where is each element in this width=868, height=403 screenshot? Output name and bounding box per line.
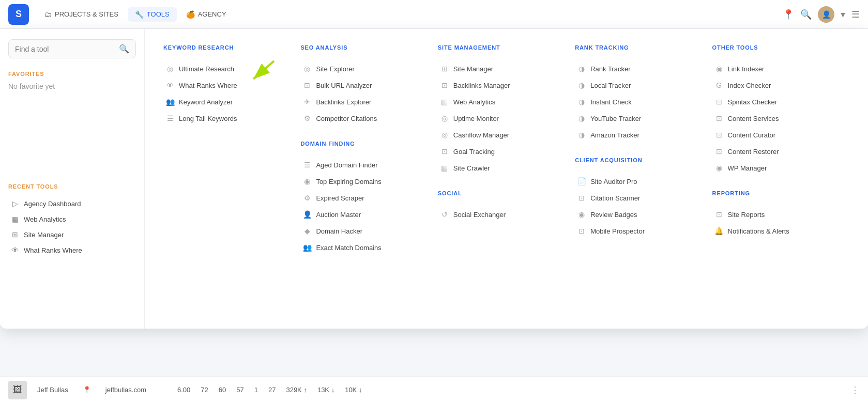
tool-item-goal-tracking[interactable]: ⊡Goal Tracking bbox=[438, 144, 562, 159]
tool-icon-aged-domain-finder: ☰ bbox=[302, 161, 312, 169]
tool-label-cashflow-manager: Cashflow Manager bbox=[453, 131, 509, 139]
row-more-button[interactable]: ⋮ bbox=[850, 384, 860, 396]
recent-tools-title: RECENT TOOLS bbox=[8, 183, 136, 190]
tool-label-uptime-monitor: Uptime Monitor bbox=[453, 115, 499, 122]
location-icon-button[interactable]: 📍 bbox=[783, 9, 794, 20]
tool-item-review-badges[interactable]: ◉Review Badges bbox=[575, 207, 699, 222]
tool-item-cashflow-manager[interactable]: ◎Cashflow Manager bbox=[438, 127, 562, 143]
column-rank-tracking: RANK TRACKING◑Rank Tracker◑Local Tracker… bbox=[575, 44, 712, 313]
tool-label-citation-scanner: Citation Scanner bbox=[590, 194, 640, 202]
tool-item-keyword-analyzer[interactable]: 👥Keyword Analyzer bbox=[163, 94, 288, 110]
tool-item-ultimate-research[interactable]: ◎Ultimate Research bbox=[163, 61, 288, 76]
tool-item-content-services[interactable]: ⊡Content Services bbox=[712, 111, 837, 126]
tool-item-notifications-alerts[interactable]: 🔔Notifications & Alerts bbox=[712, 223, 837, 239]
tool-icon-mobile-prospector: ⊡ bbox=[577, 227, 586, 235]
tool-label-site-crawler: Site Crawler bbox=[453, 164, 490, 172]
row-val-5: 27 bbox=[268, 386, 276, 394]
tool-icon-content-services: ⊡ bbox=[714, 114, 724, 122]
nav-tab-projects-label: PROJECTS & SITES bbox=[55, 10, 118, 18]
tool-item-amazon-tracker[interactable]: ◑Amazon Tracker bbox=[575, 127, 699, 143]
tool-item-web-analytics[interactable]: ▦Web Analytics bbox=[438, 94, 562, 110]
tool-item-aged-domain-finder[interactable]: ☰Aged Domain Finder bbox=[300, 157, 425, 173]
sub-title-domain-finding: DOMAIN FINDING bbox=[300, 141, 425, 149]
tool-icon-bulk-url-analyzer: ⊡ bbox=[302, 81, 312, 89]
favorites-title: FAVORITES bbox=[8, 71, 136, 77]
tool-label-goal-tracking: Goal Tracking bbox=[453, 148, 495, 156]
no-favorite-text: No favorite yet bbox=[8, 82, 136, 90]
bottom-data-row: 🖼 Jeff Bullas 📍 jeffbullas.com 6.00 72 6… bbox=[0, 376, 868, 403]
tool-item-index-checker[interactable]: GIndex Checker bbox=[712, 78, 837, 93]
tool-item-exact-match-domains[interactable]: 👥Exact Match Domains bbox=[300, 240, 425, 255]
tool-icon-site-reports: ⊡ bbox=[714, 210, 724, 219]
recent-item-site-manager[interactable]: ⊞Site Manager bbox=[8, 227, 136, 242]
tool-icon-site-explorer: ◎ bbox=[302, 65, 312, 73]
column-title-seo-analysis: SEO ANALYSIS bbox=[300, 44, 425, 53]
recent-item-icon-site-manager: ⊞ bbox=[10, 230, 20, 239]
tool-icon-instant-check: ◑ bbox=[577, 98, 586, 106]
chevron-down-icon[interactable]: ▾ bbox=[841, 9, 845, 20]
tool-icon-citation-scanner: ⊡ bbox=[577, 194, 586, 202]
recent-item-what-ranks-where[interactable]: 👁What Ranks Where bbox=[8, 242, 136, 258]
tool-item-long-tail-keywords[interactable]: ☰Long Tail Keywords bbox=[163, 111, 288, 126]
tool-item-content-curator[interactable]: ⊡Content Curator bbox=[712, 127, 837, 143]
row-val-7: 13K ↓ bbox=[317, 386, 334, 394]
sub-title-client-acquisition: CLIENT ACQUISITION bbox=[575, 157, 699, 165]
sidebar: 🔍 FAVORITES No favorite yet RECENT TOOLS… bbox=[0, 29, 145, 329]
search-icon-button[interactable]: 🔍 bbox=[800, 9, 812, 20]
tool-item-youtube-tracker[interactable]: ◑YouTube Tracker bbox=[575, 111, 699, 126]
tool-label-mobile-prospector: Mobile Prospector bbox=[590, 227, 645, 235]
tool-item-domain-hacker[interactable]: ◆Domain Hacker bbox=[300, 223, 425, 239]
tool-item-what-ranks-where[interactable]: 👁What Ranks Where bbox=[163, 78, 288, 93]
tool-item-top-expiring-domains[interactable]: ◉Top Expiring Domains bbox=[300, 174, 425, 189]
tool-label-amazon-tracker: Amazon Tracker bbox=[590, 131, 639, 139]
tool-item-wp-manager[interactable]: ◉WP Manager bbox=[712, 160, 837, 176]
nav-tabs: 🗂 PROJECTS & SITES 🔧 TOOLS 🍊 AGENCY bbox=[37, 7, 783, 22]
nav-tab-projects[interactable]: 🗂 PROJECTS & SITES bbox=[37, 7, 126, 22]
tool-item-mobile-prospector[interactable]: ⊡Mobile Prospector bbox=[575, 223, 699, 239]
tool-item-site-reports[interactable]: ⊡Site Reports bbox=[712, 207, 837, 222]
recent-item-agency-dashboard[interactable]: ▷Agency Dashboard bbox=[8, 196, 136, 211]
tool-item-site-crawler[interactable]: ▦Site Crawler bbox=[438, 160, 562, 176]
tool-label-top-expiring-domains: Top Expiring Domains bbox=[316, 178, 381, 185]
menu-icon[interactable]: ☰ bbox=[851, 9, 860, 20]
tool-icon-top-expiring-domains: ◉ bbox=[302, 177, 312, 185]
row-val-4: 1 bbox=[254, 386, 258, 394]
tool-icon-site-crawler: ▦ bbox=[440, 164, 449, 172]
tool-item-social-exchanger[interactable]: ↺Social Exchanger bbox=[438, 207, 562, 222]
tool-item-local-tracker[interactable]: ◑Local Tracker bbox=[575, 78, 699, 93]
tool-icon-youtube-tracker: ◑ bbox=[577, 114, 586, 122]
tool-item-uptime-monitor[interactable]: ◎Uptime Monitor bbox=[438, 111, 562, 126]
tool-item-site-auditor-pro[interactable]: 📄Site Auditor Pro bbox=[575, 174, 699, 189]
tool-icon-web-analytics: ▦ bbox=[440, 98, 449, 106]
tool-item-link-indexer[interactable]: ◉Link Indexer bbox=[712, 61, 837, 76]
tool-item-backlinks-manager[interactable]: ⊡Backlinks Manager bbox=[438, 78, 562, 93]
tool-item-rank-tracker[interactable]: ◑Rank Tracker bbox=[575, 61, 699, 76]
nav-right: 📍 🔍 👤 ▾ ☰ bbox=[783, 6, 860, 23]
nav-tab-agency[interactable]: 🍊 AGENCY bbox=[179, 7, 234, 22]
tool-item-backlinks-explorer[interactable]: ✈Backlinks Explorer bbox=[300, 94, 425, 110]
tool-item-instant-check[interactable]: ◑Instant Check bbox=[575, 94, 699, 110]
recent-items-list: ▷Agency Dashboard▦Web Analytics⊞Site Man… bbox=[8, 196, 136, 258]
column-title-rank-tracking: RANK TRACKING bbox=[575, 44, 699, 53]
nav-tab-tools[interactable]: 🔧 TOOLS bbox=[128, 7, 177, 22]
tool-item-spintax-checker[interactable]: ⊡Spintax Checker bbox=[712, 94, 837, 110]
sub-title-social: SOCIAL bbox=[438, 190, 562, 198]
tool-item-competitor-citations[interactable]: ⚙Competitor Citations bbox=[300, 111, 425, 126]
tool-item-citation-scanner[interactable]: ⊡Citation Scanner bbox=[575, 190, 699, 206]
tool-label-site-auditor-pro: Site Auditor Pro bbox=[590, 178, 637, 185]
search-icon: 🔍 bbox=[119, 44, 129, 54]
tool-label-wp-manager: WP Manager bbox=[728, 164, 767, 172]
recent-item-web-analytics[interactable]: ▦Web Analytics bbox=[8, 211, 136, 227]
tool-item-content-restorer[interactable]: ⊡Content Restorer bbox=[712, 144, 837, 159]
tool-item-site-explorer[interactable]: ◎Site Explorer bbox=[300, 61, 425, 76]
tool-item-auction-master[interactable]: 👤Auction Master bbox=[300, 207, 425, 222]
top-navigation: S 🗂 PROJECTS & SITES 🔧 TOOLS 🍊 AGENCY 📍 … bbox=[0, 0, 868, 29]
logo-button[interactable]: S bbox=[8, 4, 29, 25]
search-input[interactable] bbox=[15, 45, 115, 53]
tool-item-expired-scraper[interactable]: ⚙Expired Scraper bbox=[300, 190, 425, 206]
avatar[interactable]: 👤 bbox=[818, 6, 834, 23]
recent-item-label-web-analytics: Web Analytics bbox=[24, 215, 66, 223]
tool-item-bulk-url-analyzer[interactable]: ⊡Bulk URL Analyzer bbox=[300, 78, 425, 93]
tool-label-youtube-tracker: YouTube Tracker bbox=[590, 115, 641, 122]
tool-item-site-manager[interactable]: ⊞Site Manager bbox=[438, 61, 562, 76]
